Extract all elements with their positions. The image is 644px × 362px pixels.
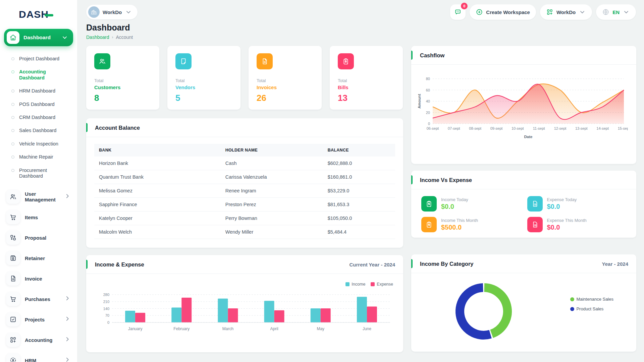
legend-item[interactable]: Product Sales <box>570 306 613 311</box>
svg-text:May: May <box>317 326 324 331</box>
swap-icon-glyph <box>9 234 17 241</box>
chevron-down-icon <box>125 8 132 16</box>
svg-text:70: 70 <box>105 313 109 317</box>
ive-value: $0.0 <box>547 224 587 231</box>
sidebar-item-label: Items <box>25 215 71 220</box>
breadcrumb-dashboard-link[interactable]: Dashboard <box>86 35 109 40</box>
cart-icon-glyph <box>9 295 17 303</box>
ive-label: Expense This Month <box>547 218 587 223</box>
legend-item[interactable]: Maintenance Sales <box>570 297 613 302</box>
app-logo[interactable]: DASH <box>4 6 73 29</box>
table-row: Katelyn CooperPerry Bowman$105,050.0 <box>94 212 395 225</box>
bullet-icon <box>11 57 14 60</box>
sidebar-subitem[interactable]: Project Dashboard <box>4 52 73 65</box>
sidebar-item[interactable]: User Management <box>4 188 73 205</box>
bar-chart-legend: IncomeExpense <box>94 277 396 287</box>
sidebar-item[interactable]: Accounting <box>4 331 73 349</box>
legend-swatch <box>345 282 350 286</box>
sidebar-subitem[interactable]: Accounting Dashboard <box>4 65 73 84</box>
top-header: WorkDo 0 Create Workspace WorkDo EN <box>77 0 644 21</box>
table-cell: Cash <box>221 157 323 170</box>
sidebar: DASH Dashboard Project DashboardAccounti… <box>0 0 77 362</box>
table-row: Quantum Trust BankCarissa Valenzuela$160… <box>94 170 395 184</box>
sidebar-subitem[interactable]: Sales Dashboard <box>4 124 73 137</box>
sidebar-item-label: User Management <box>25 191 59 202</box>
apps-menu-button[interactable]: WorkDo <box>540 4 592 20</box>
income-by-category-donut-chart <box>451 279 517 346</box>
language-selector[interactable]: EN <box>596 4 636 20</box>
main-content: Dashboard Dashboard › Account TotalCusto… <box>86 23 636 352</box>
filelines-icon-glyph <box>531 200 539 207</box>
messages-badge: 0 <box>461 3 468 9</box>
donut-legend: Maintenance SalesProduct Sales <box>570 297 613 311</box>
bill-icon-glyph <box>425 221 433 228</box>
stat-card-vendors: TotalVendors5 <box>167 46 240 110</box>
sidebar-item[interactable]: Proposal <box>4 229 73 246</box>
swap-icon <box>6 231 20 245</box>
sidebar-item[interactable]: Projects <box>4 311 73 328</box>
svg-text:13-sept: 13-sept <box>575 126 588 130</box>
sidebar-subitem[interactable]: Machine Repair <box>4 150 73 164</box>
sidebar-subitem[interactable]: Vehicle Inspection <box>4 137 73 150</box>
table-cell: Horizon Bank <box>94 157 221 170</box>
legend-label: Expense <box>377 282 393 287</box>
stat-value: 13 <box>338 93 395 103</box>
svg-text:0: 0 <box>107 320 109 324</box>
table-cell: Carissa Valenzuela <box>221 170 323 184</box>
bullet-icon <box>11 169 14 172</box>
messages-button[interactable]: 0 <box>450 4 466 20</box>
stat-card-bills: TotalBills13 <box>330 46 403 110</box>
globe-icon <box>602 8 609 16</box>
invoice-icon-glyph <box>261 58 268 65</box>
ive-tile: Expense Today$0.0 <box>527 196 627 212</box>
logo-dash-accent <box>45 14 53 16</box>
chevron-down-icon <box>623 8 630 16</box>
legend-item[interactable]: Income <box>345 282 365 287</box>
table-row: Malcolm WelchWendy Miller$5,484.4 <box>94 225 395 239</box>
svg-text:June: June <box>363 326 371 331</box>
table-column-header: BALANCE <box>323 144 395 157</box>
cashflow-area-chart: 02040608006-sept07-sept08-sept09-sept10-… <box>417 73 630 143</box>
svg-text:210: 210 <box>103 300 109 304</box>
legend-label: Maintenance Sales <box>576 297 613 302</box>
bullet-icon <box>11 89 14 93</box>
sidebar-subitem[interactable]: POS Dashboard <box>4 98 73 111</box>
left-column: TotalCustomers8TotalVendors5TotalInvoice… <box>86 46 403 352</box>
cashflow-card: Cashflow 02040608006-sept07-sept08-sept0… <box>411 46 636 164</box>
stat-value: 26 <box>257 93 314 103</box>
workspace-switcher[interactable]: WorkDo <box>86 5 138 19</box>
table-row: Sapphire FinancePreston Perez$81,653.3 <box>94 198 395 212</box>
users-icon-glyph <box>9 193 17 200</box>
svg-text:0: 0 <box>428 122 430 126</box>
sidebar-item[interactable]: Invoice <box>4 270 73 287</box>
sidebar-item-dashboard[interactable]: Dashboard <box>4 29 73 46</box>
legend-item[interactable]: Expense <box>371 282 393 287</box>
sidebar-item[interactable]: Retainer <box>4 249 73 267</box>
building-icon <box>90 8 98 16</box>
sidebar-subitem-label: Procurement Dashboard <box>19 168 71 179</box>
create-workspace-button[interactable]: Create Workspace <box>470 4 536 20</box>
stat-name: Customers <box>94 84 151 90</box>
stat-total-label: Total <box>338 78 395 83</box>
income-expense-year-note: Current Year - 2024 <box>350 262 395 267</box>
sidebar-item[interactable]: Items <box>4 208 73 226</box>
bullet-icon <box>11 156 14 159</box>
stat-card-customers: TotalCustomers8 <box>86 46 159 110</box>
sidebar-subitem[interactable]: CRM Dashboard <box>4 111 73 124</box>
gridplus-icon-glyph <box>9 336 17 344</box>
page-title: Dashboard <box>86 23 636 33</box>
legend-dot <box>570 307 574 311</box>
table-row: Horizon BankCash$602,888.0 <box>94 157 395 170</box>
table-header-row: BANKHOLDER NAMEBALANCE <box>94 144 395 157</box>
svg-text:March: March <box>222 326 233 331</box>
chevron-down-icon <box>61 34 68 41</box>
sidebar-item-label: Dashboard <box>23 35 57 41</box>
table-cell: $53,229.0 <box>323 184 395 198</box>
sidebar-item[interactable]: Purchases <box>4 290 73 308</box>
svg-text:09-sept: 09-sept <box>490 126 503 130</box>
income-expense-title: Income & Expense <box>95 261 144 268</box>
sidebar-item[interactable]: HRM <box>4 352 73 362</box>
sidebar-subitem[interactable]: HRM Dashboard <box>4 84 73 98</box>
sidebar-subitem[interactable]: Procurement Dashboard <box>4 164 73 183</box>
users-icon <box>94 53 110 69</box>
